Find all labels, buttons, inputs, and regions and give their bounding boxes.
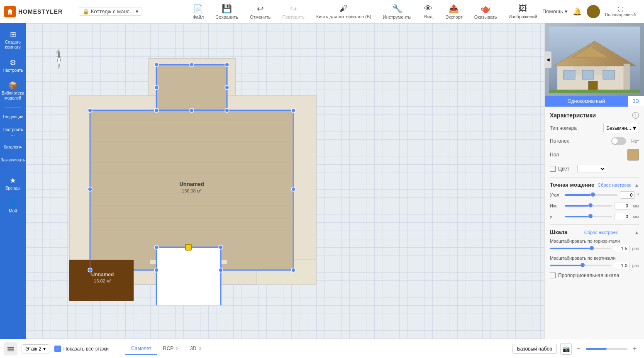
- scale-header: Шкала Сброс настроек ▲: [550, 229, 639, 235]
- redo-icon: ↪: [290, 4, 297, 14]
- svg-point-20: [154, 108, 159, 112]
- redo-btn[interactable]: ↪ Повторить: [277, 2, 310, 21]
- base-set-btn[interactable]: Базовый набор: [512, 344, 557, 354]
- project-name[interactable]: 🔒 Коттедж с манс... ▾: [79, 7, 142, 16]
- sidebar-item-my[interactable]: 👤 Мой: [1, 195, 24, 217]
- sidebar-item-brands[interactable]: ★ Бренды: [1, 173, 24, 194]
- sidebar-item-trends[interactable]: Тенденции: [1, 111, 24, 122]
- tiling-collapse-icon[interactable]: ▲: [634, 183, 639, 188]
- svg-point-19: [225, 85, 229, 90]
- export-btn[interactable]: 📤 Экспорт: [440, 2, 467, 21]
- tools-btn[interactable]: 🔧 Инструменты: [378, 2, 417, 21]
- y-row: у 0 мм: [550, 213, 639, 220]
- v-scale-slider[interactable]: [550, 264, 611, 267]
- sidebar-divider-2: [5, 169, 21, 169]
- help-btn[interactable]: Помощь ▾: [542, 8, 568, 15]
- info-icon[interactable]: i: [632, 112, 639, 119]
- help-chevron-icon: ▾: [565, 8, 568, 15]
- my-icon: 👤: [8, 199, 17, 208]
- images-btn[interactable]: 🖼 Изображений: [504, 2, 542, 21]
- save-btn[interactable]: 💾 Сохранить: [210, 2, 243, 21]
- room-type-row: Тип номера Безымян... ▾: [550, 123, 639, 133]
- undo-btn[interactable]: ↩ Отменить: [245, 2, 276, 21]
- ceiling-toggle-btn[interactable]: [611, 137, 626, 145]
- file-btn[interactable]: 📄 Файл: [188, 2, 209, 21]
- canvas-area[interactable]: N: [26, 23, 544, 339]
- tab-oneroom[interactable]: Однокомнатный: [545, 96, 628, 107]
- y-slider[interactable]: [565, 215, 612, 218]
- notification-icon[interactable]: 🔔: [573, 7, 582, 16]
- north-arrow: N: [51, 48, 67, 71]
- v-scale-input[interactable]: 1.0: [614, 262, 629, 269]
- properties-panel: Характеристики i Тип номера Безымян... ▾…: [545, 107, 644, 339]
- scale-collapse-icon[interactable]: ▲: [634, 230, 639, 235]
- tab-3d[interactable]: 3D 3: [184, 343, 207, 355]
- h-scale-slider[interactable]: [550, 247, 611, 250]
- tab-samolet[interactable]: Самолет: [125, 343, 157, 355]
- sidebar-item-finish[interactable]: Заканчивать: [1, 154, 24, 166]
- color-checkbox[interactable]: [550, 166, 556, 172]
- view-btn[interactable]: 👁 Вид: [418, 2, 439, 21]
- floor-plan: Unnamed 156.08 м² Unnamed 13.02 м²: [67, 56, 378, 305]
- y-input[interactable]: 0: [615, 213, 630, 220]
- angle-input[interactable]: 0: [620, 191, 635, 199]
- proportional-checkbox[interactable]: [550, 273, 556, 278]
- ceiling-row: Потолок Нет: [550, 137, 639, 145]
- svg-point-25: [88, 187, 92, 191]
- svg-text:Unnamed: Unnamed: [179, 181, 204, 187]
- zoom-controls: − +: [573, 344, 640, 354]
- svg-point-28: [154, 268, 159, 272]
- brands-icon: ★: [10, 176, 16, 185]
- collapse-panel-btn[interactable]: ◀: [545, 51, 551, 68]
- sidebar-item-catalog[interactable]: Каталог ▶: [1, 141, 24, 153]
- scale-reset-link[interactable]: Сброс настроек: [584, 230, 618, 235]
- svg-point-23: [190, 108, 194, 112]
- svg-rect-55: [624, 64, 630, 91]
- images-icon: 🖼: [519, 4, 527, 13]
- angle-slider[interactable]: [565, 194, 617, 196]
- svg-marker-0: [7, 9, 13, 15]
- zoom-out-btn[interactable]: −: [573, 344, 583, 354]
- h-scale-row: 1.5 раз: [550, 245, 639, 252]
- sidebar-item-build[interactable]: Построить ...: [1, 124, 24, 140]
- svg-rect-58: [603, 70, 615, 79]
- brush-btn[interactable]: 🖌 Кисть для материалов (B): [311, 2, 376, 21]
- svg-point-24: [291, 108, 295, 112]
- zoom-slider[interactable]: [586, 348, 627, 350]
- sidebar-item-create-room[interactable]: ⊞ Создатькомнату: [1, 27, 24, 53]
- setup-icon: ⚙: [10, 58, 16, 67]
- sidebar-item-library[interactable]: 📦 Библиотекамоделей: [1, 78, 24, 104]
- floor-selector[interactable]: Этаж 2 ▾: [22, 344, 49, 353]
- svg-text:156.08 м²: 156.08 м²: [182, 188, 202, 193]
- zoom-in-btn[interactable]: +: [630, 344, 640, 354]
- x-slider[interactable]: [565, 205, 612, 207]
- layers-icon: [7, 345, 15, 353]
- sidebar-item-setup[interactable]: ⚙ Настроить: [1, 55, 24, 76]
- x-input[interactable]: 0: [615, 202, 630, 209]
- render-btn[interactable]: 🫖 Оказывать: [469, 2, 502, 21]
- avatar[interactable]: [587, 5, 600, 18]
- preview-tabs: Однокомнатный 3D: [545, 96, 644, 107]
- v-scale-row: 1.0 раз: [550, 262, 639, 269]
- svg-rect-56: [564, 70, 575, 79]
- snapshot-btn[interactable]: 📷: [560, 343, 572, 355]
- tiling-reset-link[interactable]: Сброс настроек: [598, 183, 631, 188]
- view-tabs: Самолет RCP 2 3D 3: [125, 343, 207, 355]
- tab-rcp[interactable]: RCP 2: [157, 343, 184, 355]
- room-type-dropdown[interactable]: Безымян... ▾: [603, 123, 639, 133]
- color-select[interactable]: [577, 165, 606, 173]
- floor-swatch[interactable]: [627, 149, 639, 161]
- fullscreen-btn[interactable]: ⛶ Полноэкранный: [605, 6, 636, 17]
- brand-name: HOMESTYLER: [18, 8, 63, 15]
- tab-3d[interactable]: 3D: [628, 96, 644, 107]
- view-icon: 👁: [424, 4, 432, 13]
- proportional-row: Пропорциональная шкала: [550, 273, 639, 278]
- brand-logo: [4, 6, 16, 17]
- h-scale-input[interactable]: 1.5: [614, 245, 629, 252]
- layers-btn[interactable]: [4, 342, 17, 356]
- floor-selector-chevron-icon: ▾: [43, 346, 46, 352]
- toolbar-actions: 📄 Файл 💾 Сохранить ↩ Отменить ↪ Повторит…: [188, 2, 542, 21]
- show-all-floors[interactable]: ✓ Показать все этажи: [54, 346, 109, 352]
- svg-rect-62: [7, 348, 14, 350]
- library-icon: 📦: [8, 81, 17, 90]
